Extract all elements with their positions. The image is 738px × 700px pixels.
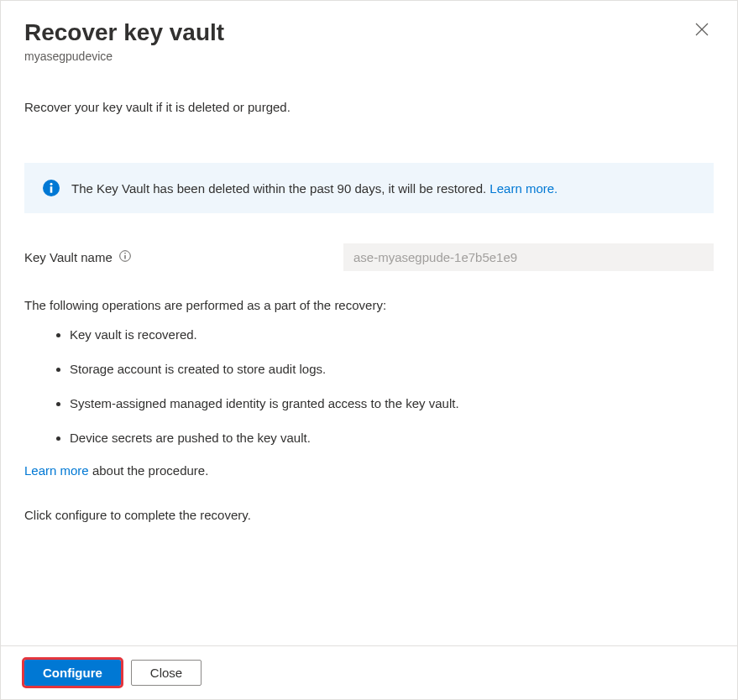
operations-list: Key vault is recovered. Storage account … — [24, 326, 714, 447]
svg-point-4 — [50, 183, 53, 185]
list-item: Storage account is created to store audi… — [70, 360, 714, 378]
procedure-text: Learn more about the procedure. — [24, 463, 714, 478]
info-icon — [43, 180, 60, 196]
description-text: Recover your key vault if it is deleted … — [24, 100, 714, 114]
page-subtitle: myasegpudevice — [24, 50, 224, 63]
svg-point-7 — [124, 253, 126, 254]
info-banner-learn-more-link[interactable]: Learn more. — [489, 181, 557, 196]
info-tooltip-icon[interactable] — [119, 250, 131, 264]
info-banner-text: The Key Vault has been deleted within th… — [71, 181, 557, 196]
page-title: Recover key vault — [24, 18, 224, 48]
panel-footer: Configure Close — [1, 645, 737, 699]
procedure-rest: about the procedure. — [89, 463, 209, 478]
list-item: Key vault is recovered. — [70, 326, 714, 343]
list-item: System-assigned managed identity is gran… — [70, 394, 714, 412]
close-panel-button[interactable] — [690, 18, 714, 44]
configure-button[interactable]: Configure — [24, 660, 121, 686]
key-vault-name-input — [343, 243, 714, 271]
info-banner: The Key Vault has been deleted within th… — [24, 163, 714, 213]
close-button[interactable]: Close — [131, 660, 202, 686]
close-icon — [695, 23, 709, 39]
final-instruction: Click configure to complete the recovery… — [24, 508, 714, 522]
operations-intro: The following operations are performed a… — [24, 298, 714, 312]
key-vault-name-label: Key Vault name — [24, 250, 113, 264]
procedure-learn-more-link[interactable]: Learn more — [24, 463, 89, 478]
info-banner-message: The Key Vault has been deleted within th… — [71, 181, 489, 196]
list-item: Device secrets are pushed to the key vau… — [70, 429, 714, 447]
svg-rect-3 — [50, 187, 53, 194]
